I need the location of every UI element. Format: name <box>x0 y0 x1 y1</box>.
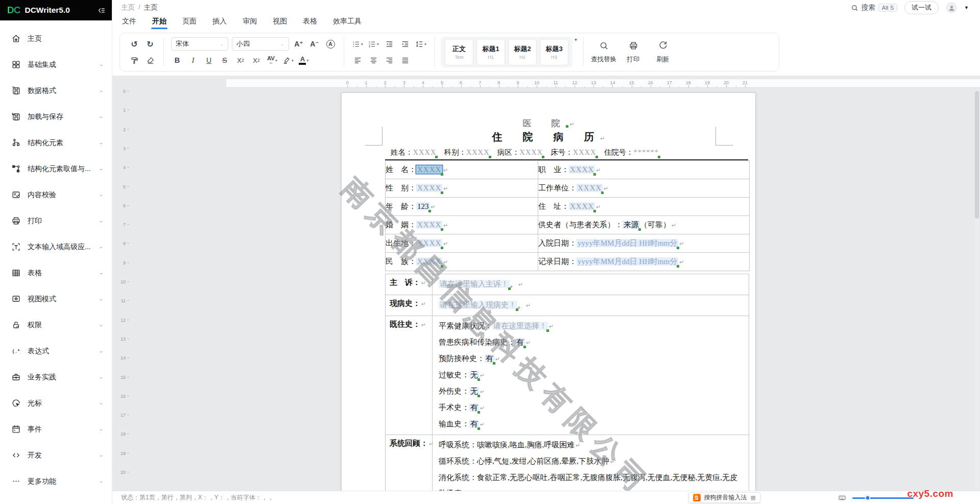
section-content-cell[interactable]: 呼吸系统：咳嗽咳痰,咯血,胸痛,呼吸困难↵循环系统：心悸,气短,发绀,心前区痛,… <box>433 435 749 491</box>
sidebar-item-4[interactable]: 结构化元素⌄ <box>0 130 112 156</box>
sidebar-item-11[interactable]: 权限⌄ <box>0 312 112 338</box>
info-item-3[interactable]: 床号：XXXX <box>551 148 596 157</box>
hospital-name-title[interactable]: 医 院↵ <box>342 117 755 129</box>
tab-表格[interactable]: 表格 <box>302 15 318 29</box>
zoom-slider-handle[interactable] <box>865 495 871 501</box>
input-field[interactable]: 来源 <box>623 221 640 229</box>
sidebar-item-6[interactable]: 内容校验⌄ <box>0 182 112 208</box>
sidebar-item-3[interactable]: 加载与保存⌄ <box>0 104 112 130</box>
section-content-cell[interactable]: 请在这里输入主诉！。↵ <box>433 274 749 295</box>
sidebar-item-17[interactable]: 更多功能⌄ <box>0 468 112 494</box>
align-left-icon[interactable] <box>351 54 364 66</box>
font-size-select[interactable]: 小四⌄ <box>232 37 289 51</box>
eraser-icon[interactable] <box>144 54 156 66</box>
sidebar-item-16[interactable]: 开发⌄ <box>0 442 112 468</box>
sidebar-item-15[interactable]: 事件⌄ <box>0 416 112 442</box>
style-gallery-more-icon[interactable]: ▾ <box>573 37 578 67</box>
input-field[interactable]: XXXX <box>416 184 442 192</box>
section-content-cell[interactable]: 平素健康状况：请在这里选择！↵曾患疾病和传染病史：有↵预防接种史：有↵过敏史：无… <box>433 316 749 435</box>
format-painter-icon[interactable] <box>128 54 140 66</box>
table-cell[interactable]: 年 龄：123↵ <box>386 198 538 216</box>
input-field[interactable]: 有 <box>515 338 525 346</box>
input-field[interactable]: XXXX <box>569 202 595 210</box>
subscript-icon[interactable]: X2 <box>234 54 247 66</box>
tab-开始[interactable]: 开始 <box>151 15 168 29</box>
refresh-button[interactable]: 刷新 <box>648 41 678 64</box>
table-cell[interactable]: 供史者（与患者关系）：来源（可靠）↵ <box>538 216 750 234</box>
font-family-select[interactable]: 宋体⌄ <box>171 37 228 51</box>
tab-视图[interactable]: 视图 <box>272 15 288 29</box>
numbered-list-icon[interactable]: ▾ <box>367 38 379 50</box>
input-field[interactable]: 有 <box>469 420 479 428</box>
input-field[interactable]: 无 <box>469 371 479 379</box>
justify-icon[interactable] <box>399 54 411 66</box>
style-card-h1[interactable]: 标题1H1 <box>476 39 505 65</box>
table-cell[interactable]: 住 址：XXXX↵ <box>538 198 750 216</box>
info-item-1[interactable]: 科别：XXXX <box>444 148 489 157</box>
sidebar-item-14[interactable]: 光标⌄ <box>0 390 112 416</box>
sidebar-item-10[interactable]: 视图模式⌄ <box>0 286 112 312</box>
section-content-cell[interactable]: 请在这里输入现病史！。↵ <box>433 295 749 316</box>
tab-页面[interactable]: 页面 <box>181 15 198 29</box>
align-right-icon[interactable] <box>383 54 395 66</box>
sidebar-item-5[interactable]: 结构化元素取值与...⌄ <box>0 156 112 182</box>
document-page[interactable]: 南京都昌信息科技有限公司 医 院↵ 住 院 病 历↵ 姓名：XXXX科别：XXX… <box>341 92 756 491</box>
table-cell[interactable]: 工作单位：XXXX↵ <box>538 179 750 198</box>
underline-icon[interactable]: U <box>203 54 215 66</box>
italic-icon[interactable]: I <box>187 54 199 66</box>
input-field[interactable]: yyyy年MM月dd日 HH时mm分 <box>577 239 678 247</box>
input-field[interactable]: XXXX <box>416 257 442 266</box>
align-center-icon[interactable] <box>367 54 379 66</box>
sidebar-collapse-icon[interactable] <box>97 6 106 15</box>
sidebar-item-13[interactable]: 业务实践⌄ <box>0 364 112 390</box>
document-scrollbar[interactable] <box>975 90 979 489</box>
sidebar-item-1[interactable]: 基础集成⌄ <box>0 52 112 78</box>
table-cell[interactable]: 姓 名：XXXX↵ <box>386 161 538 179</box>
undo-icon[interactable]: ↺ <box>128 38 140 50</box>
ime-widget[interactable]: S 搜狗拼音输入法 ▦ <box>688 492 760 503</box>
sidebar-item-0[interactable]: 主页 <box>0 26 112 52</box>
font-color-icon[interactable]: A▾ <box>298 54 310 66</box>
bullet-list-icon[interactable]: ▾ <box>351 38 364 50</box>
decrease-font-icon[interactable]: A⁻ <box>308 38 321 50</box>
strikethrough-icon[interactable]: S <box>219 54 231 66</box>
keyboard-icon[interactable] <box>838 494 846 502</box>
increase-font-icon[interactable]: A⁺ <box>293 38 305 50</box>
table-cell[interactable]: 职 业：XXXX↵ <box>538 161 750 179</box>
account-menu-caret-icon[interactable]: ▼ <box>964 5 969 10</box>
sidebar-item-7[interactable]: 打印⌄ <box>0 208 112 234</box>
avatar[interactable] <box>946 2 957 13</box>
input-field[interactable]: 请在这里选择！ <box>492 322 548 330</box>
find-replace-button[interactable]: 查找替换 <box>589 41 618 64</box>
line-spacing-icon[interactable]: ▾ <box>415 38 427 50</box>
input-field[interactable]: XXXX <box>577 184 603 192</box>
info-value-field[interactable]: XXXX <box>573 148 596 156</box>
search-button[interactable]: 搜索 Alt S <box>851 3 897 12</box>
input-field[interactable]: 有 <box>469 403 479 412</box>
table-cell[interactable]: 入院日期：yyyy年MM月dd日 HH时mm分↵ <box>538 234 750 253</box>
info-item-2[interactable]: 病区：XXXX <box>497 148 543 157</box>
info-item-0[interactable]: 姓名：XXXX <box>391 148 436 157</box>
input-field[interactable]: 123 <box>416 202 430 210</box>
document-title[interactable]: 住 院 病 历↵ <box>342 130 755 144</box>
input-field[interactable]: XXXX <box>416 165 442 174</box>
info-value-field[interactable]: XXXX <box>413 148 437 156</box>
character-spacing-icon[interactable]: AV↔▾ <box>266 54 278 66</box>
style-card-text[interactable]: 正文Text <box>445 39 473 65</box>
zoom-slider[interactable] <box>852 497 914 499</box>
tab-效率工具[interactable]: 效率工具 <box>332 15 363 29</box>
input-field[interactable]: 请在这里输入主诉！ <box>439 280 510 288</box>
redo-icon[interactable]: ↻ <box>144 38 156 50</box>
superscript-icon[interactable]: X2 <box>250 54 262 66</box>
table-cell[interactable]: 民 族：XXXX↵ <box>386 253 538 271</box>
table-cell[interactable]: 出生地：XXXX↵ <box>386 234 538 253</box>
sidebar-item-9[interactable]: 表格⌄ <box>0 260 112 286</box>
input-field[interactable]: XXXX <box>569 165 595 174</box>
input-field[interactable]: 无 <box>469 387 479 395</box>
input-field[interactable]: 有 <box>485 354 494 363</box>
ime-toolbox-icon[interactable]: ▦ <box>751 494 756 501</box>
sidebar-item-12[interactable]: (.*)表达式⌄ <box>0 338 112 364</box>
input-field[interactable]: yyyy年MM月dd日 HH时mm分 <box>577 257 678 266</box>
bold-icon[interactable]: B <box>171 54 183 66</box>
tab-插入[interactable]: 插入 <box>211 15 228 29</box>
